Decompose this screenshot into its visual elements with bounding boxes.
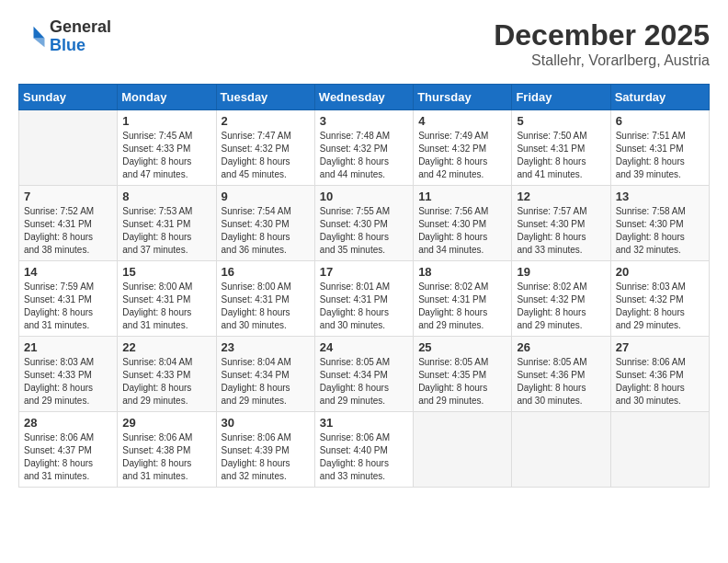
calendar-cell: 18Sunrise: 8:02 AM Sunset: 4:31 PM Dayli… xyxy=(414,261,512,337)
calendar-cell: 4Sunrise: 7:49 AM Sunset: 4:32 PM Daylig… xyxy=(414,110,512,186)
day-number: 11 xyxy=(418,190,506,203)
day-info: Sunrise: 7:47 AM Sunset: 4:32 PM Dayligh… xyxy=(222,130,310,181)
day-info: Sunrise: 8:05 AM Sunset: 4:36 PM Dayligh… xyxy=(517,356,605,408)
calendar-cell: 23Sunrise: 8:04 AM Sunset: 4:34 PM Dayli… xyxy=(216,337,314,412)
day-info: Sunrise: 7:57 AM Sunset: 4:30 PM Dayligh… xyxy=(517,205,605,257)
calendar-cell: 19Sunrise: 8:02 AM Sunset: 4:32 PM Dayli… xyxy=(512,261,610,337)
day-number: 29 xyxy=(122,416,210,430)
calendar-cell: 22Sunrise: 8:04 AM Sunset: 4:33 PM Dayli… xyxy=(118,337,216,412)
day-info: Sunrise: 7:53 AM Sunset: 4:31 PM Dayligh… xyxy=(122,205,210,257)
day-info: Sunrise: 7:48 AM Sunset: 4:32 PM Dayligh… xyxy=(320,130,408,181)
day-number: 26 xyxy=(517,340,605,354)
day-info: Sunrise: 8:02 AM Sunset: 4:32 PM Dayligh… xyxy=(517,281,605,332)
day-info: Sunrise: 8:06 AM Sunset: 4:36 PM Dayligh… xyxy=(616,356,704,408)
location-subtitle: Stallehr, Vorarlberg, Austria xyxy=(494,52,710,69)
day-header-thursday: Thursday xyxy=(414,85,512,110)
day-number: 21 xyxy=(24,340,112,354)
day-number: 10 xyxy=(320,190,408,203)
day-header-monday: Monday xyxy=(118,85,216,110)
day-info: Sunrise: 8:05 AM Sunset: 4:35 PM Dayligh… xyxy=(418,356,506,408)
day-number: 7 xyxy=(24,190,112,203)
day-info: Sunrise: 7:50 AM Sunset: 4:31 PM Dayligh… xyxy=(517,130,605,181)
day-number: 17 xyxy=(320,265,408,279)
calendar-cell: 27Sunrise: 8:06 AM Sunset: 4:36 PM Dayli… xyxy=(610,337,709,412)
day-header-sunday: Sunday xyxy=(19,85,118,110)
logo-text: General Blue xyxy=(50,18,111,55)
logo-general-text: General xyxy=(50,18,111,37)
day-number: 20 xyxy=(616,265,704,279)
day-number: 5 xyxy=(517,114,605,128)
day-header-tuesday: Tuesday xyxy=(216,85,314,110)
day-number: 23 xyxy=(222,340,310,354)
calendar-cell: 13Sunrise: 7:58 AM Sunset: 4:30 PM Dayli… xyxy=(610,186,709,261)
day-info: Sunrise: 8:04 AM Sunset: 4:34 PM Dayligh… xyxy=(222,356,310,408)
day-number: 2 xyxy=(222,114,310,128)
svg-marker-0 xyxy=(34,27,45,39)
calendar-week-5: 28Sunrise: 8:06 AM Sunset: 4:37 PM Dayli… xyxy=(19,412,710,488)
day-number: 12 xyxy=(517,190,605,203)
day-number: 4 xyxy=(418,114,506,128)
calendar-cell: 15Sunrise: 8:00 AM Sunset: 4:31 PM Dayli… xyxy=(118,261,216,337)
day-number: 18 xyxy=(418,265,506,279)
calendar-body: 1Sunrise: 7:45 AM Sunset: 4:33 PM Daylig… xyxy=(19,110,710,488)
day-info: Sunrise: 8:05 AM Sunset: 4:34 PM Dayligh… xyxy=(320,356,408,408)
calendar-cell xyxy=(610,412,709,488)
calendar-cell: 28Sunrise: 8:06 AM Sunset: 4:37 PM Dayli… xyxy=(19,412,118,488)
calendar-cell: 21Sunrise: 8:03 AM Sunset: 4:33 PM Dayli… xyxy=(19,337,118,412)
calendar-week-4: 21Sunrise: 8:03 AM Sunset: 4:33 PM Dayli… xyxy=(19,337,710,412)
day-info: Sunrise: 7:51 AM Sunset: 4:31 PM Dayligh… xyxy=(616,130,704,181)
day-info: Sunrise: 8:06 AM Sunset: 4:38 PM Dayligh… xyxy=(122,431,210,483)
logo-icon xyxy=(18,23,46,51)
day-info: Sunrise: 7:55 AM Sunset: 4:30 PM Dayligh… xyxy=(320,205,408,257)
svg-marker-1 xyxy=(34,38,45,47)
day-header-wednesday: Wednesday xyxy=(314,85,413,110)
day-number: 19 xyxy=(517,265,605,279)
calendar-header: SundayMondayTuesdayWednesdayThursdayFrid… xyxy=(19,85,710,110)
calendar-cell xyxy=(414,412,512,488)
logo-blue-text: Blue xyxy=(50,37,111,55)
day-number: 25 xyxy=(418,340,506,354)
day-number: 28 xyxy=(24,416,112,430)
day-number: 22 xyxy=(122,340,210,354)
title-block: December 2025 Stallehr, Vorarlberg, Aust… xyxy=(494,18,710,69)
day-info: Sunrise: 7:45 AM Sunset: 4:33 PM Dayligh… xyxy=(122,130,210,181)
calendar-week-1: 1Sunrise: 7:45 AM Sunset: 4:33 PM Daylig… xyxy=(19,110,710,186)
day-number: 30 xyxy=(222,416,310,430)
day-number: 8 xyxy=(122,190,210,203)
day-number: 6 xyxy=(616,114,704,128)
day-number: 14 xyxy=(24,265,112,279)
day-number: 13 xyxy=(616,190,704,203)
day-info: Sunrise: 7:52 AM Sunset: 4:31 PM Dayligh… xyxy=(24,205,112,257)
day-info: Sunrise: 8:00 AM Sunset: 4:31 PM Dayligh… xyxy=(222,281,310,332)
day-info: Sunrise: 7:58 AM Sunset: 4:30 PM Dayligh… xyxy=(616,205,704,257)
calendar-cell: 3Sunrise: 7:48 AM Sunset: 4:32 PM Daylig… xyxy=(314,110,413,186)
day-number: 15 xyxy=(122,265,210,279)
day-number: 3 xyxy=(320,114,408,128)
calendar-cell: 2Sunrise: 7:47 AM Sunset: 4:32 PM Daylig… xyxy=(216,110,314,186)
calendar-cell: 29Sunrise: 8:06 AM Sunset: 4:38 PM Dayli… xyxy=(118,412,216,488)
calendar-cell: 26Sunrise: 8:05 AM Sunset: 4:36 PM Dayli… xyxy=(512,337,610,412)
day-info: Sunrise: 8:00 AM Sunset: 4:31 PM Dayligh… xyxy=(122,281,210,332)
calendar-cell: 24Sunrise: 8:05 AM Sunset: 4:34 PM Dayli… xyxy=(314,337,413,412)
day-info: Sunrise: 8:01 AM Sunset: 4:31 PM Dayligh… xyxy=(320,281,408,332)
calendar-week-2: 7Sunrise: 7:52 AM Sunset: 4:31 PM Daylig… xyxy=(19,186,710,261)
calendar-cell: 7Sunrise: 7:52 AM Sunset: 4:31 PM Daylig… xyxy=(19,186,118,261)
day-header-friday: Friday xyxy=(512,85,610,110)
day-number: 16 xyxy=(222,265,310,279)
day-info: Sunrise: 8:03 AM Sunset: 4:32 PM Dayligh… xyxy=(616,281,704,332)
calendar-cell: 17Sunrise: 8:01 AM Sunset: 4:31 PM Dayli… xyxy=(314,261,413,337)
day-info: Sunrise: 8:06 AM Sunset: 4:39 PM Dayligh… xyxy=(222,431,310,483)
day-number: 27 xyxy=(616,340,704,354)
day-info: Sunrise: 8:06 AM Sunset: 4:40 PM Dayligh… xyxy=(320,431,408,483)
calendar-cell: 8Sunrise: 7:53 AM Sunset: 4:31 PM Daylig… xyxy=(118,186,216,261)
day-info: Sunrise: 8:03 AM Sunset: 4:33 PM Dayligh… xyxy=(24,356,112,408)
calendar-cell: 6Sunrise: 7:51 AM Sunset: 4:31 PM Daylig… xyxy=(610,110,709,186)
calendar-cell: 14Sunrise: 7:59 AM Sunset: 4:31 PM Dayli… xyxy=(19,261,118,337)
day-number: 1 xyxy=(122,114,210,128)
calendar-cell: 31Sunrise: 8:06 AM Sunset: 4:40 PM Dayli… xyxy=(314,412,413,488)
calendar-cell xyxy=(19,110,118,186)
day-info: Sunrise: 8:04 AM Sunset: 4:33 PM Dayligh… xyxy=(122,356,210,408)
month-year-title: December 2025 xyxy=(494,18,710,52)
calendar-cell xyxy=(512,412,610,488)
calendar-cell: 10Sunrise: 7:55 AM Sunset: 4:30 PM Dayli… xyxy=(314,186,413,261)
